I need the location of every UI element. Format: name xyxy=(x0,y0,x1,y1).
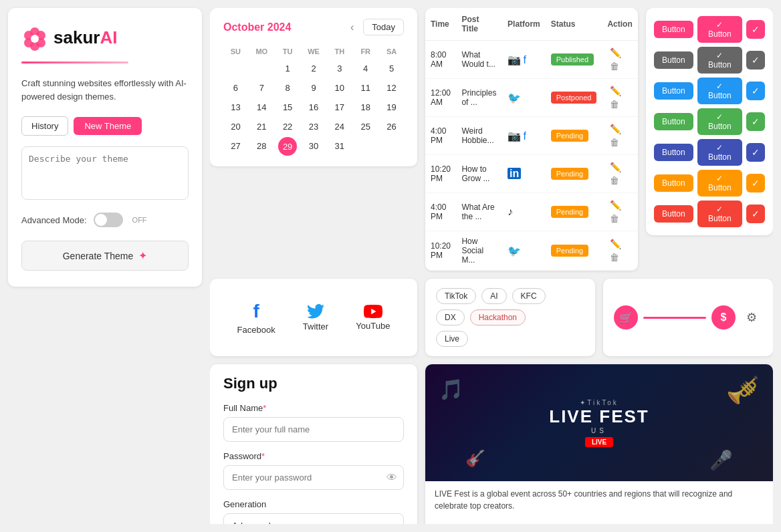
cal-cell[interactable]: 30 xyxy=(302,137,326,156)
cal-cell[interactable]: 31 xyxy=(327,137,352,156)
cal-cell[interactable]: 12 xyxy=(379,79,404,97)
button-blue-square[interactable]: ✓ xyxy=(746,82,765,100)
edit-button[interactable]: ✏️ xyxy=(607,122,624,136)
tag-ai[interactable]: AI xyxy=(481,288,506,304)
tag-live[interactable]: Live xyxy=(436,331,468,347)
button-gray[interactable]: Button xyxy=(654,51,693,69)
button-indigo[interactable]: Button xyxy=(654,144,693,161)
calendar-prev[interactable]: ‹ xyxy=(346,20,358,35)
button-amber-check[interactable]: ✓ Button xyxy=(697,170,742,196)
button-blue-check[interactable]: ✓ Button xyxy=(697,78,742,104)
button-pink-square[interactable]: ✓ xyxy=(746,20,765,39)
cal-cell[interactable]: 25 xyxy=(353,118,378,136)
new-theme-tab[interactable]: New Theme xyxy=(74,117,142,135)
social-twitter[interactable]: Twitter xyxy=(303,304,328,331)
button-green[interactable]: Button xyxy=(654,113,693,130)
social-youtube[interactable]: YouTube xyxy=(356,305,390,331)
button-indigo-square[interactable]: ✓ xyxy=(746,143,765,162)
cal-cell[interactable]: 3 xyxy=(327,59,352,78)
full-name-input[interactable] xyxy=(223,417,404,442)
button-blue[interactable]: Button xyxy=(654,82,693,100)
tag-dx[interactable]: DX xyxy=(436,309,465,325)
cal-day-sa: SA xyxy=(379,45,404,58)
cal-cell[interactable]: 15 xyxy=(275,98,300,116)
cell-title: Principles of ... xyxy=(456,79,502,117)
cal-cell[interactable]: 28 xyxy=(249,137,274,156)
delete-button[interactable]: 🗑 xyxy=(607,212,622,225)
delete-button[interactable]: 🗑 xyxy=(607,136,622,149)
calendar-today-button[interactable]: Today xyxy=(363,19,404,35)
cell-action: ✏️ 🗑 xyxy=(602,155,638,193)
button-pink[interactable]: Button xyxy=(654,21,693,38)
calendar-header: October 2024 ‹ Today xyxy=(223,19,404,35)
tag-kfc[interactable]: KFC xyxy=(512,288,546,304)
cal-cell[interactable]: 20 xyxy=(223,118,248,136)
button-indigo-check[interactable]: ✓ Button xyxy=(697,139,742,166)
full-name-label: Full Name* xyxy=(223,403,404,413)
buttons-panel: Button ✓ Button ✓ Button ✓ Button ✓ Butt… xyxy=(646,8,773,235)
password-visibility-icon[interactable]: 👁 xyxy=(386,472,397,484)
cal-cell[interactable]: 2 xyxy=(302,59,326,78)
generate-theme-button[interactable]: Generate Theme ✦ xyxy=(21,241,189,271)
cal-cell[interactable]: 27 xyxy=(223,137,248,156)
cal-cell[interactable]: 24 xyxy=(327,118,352,136)
signup-title: Sign up xyxy=(223,375,404,392)
cell-status: Postponed xyxy=(546,79,602,117)
social-facebook[interactable]: f Facebook xyxy=(237,301,275,335)
cal-cell[interactable]: 13 xyxy=(223,98,248,116)
cal-cell[interactable]: 4 xyxy=(353,59,378,78)
cal-cell[interactable]: 26 xyxy=(379,118,404,136)
cal-cell[interactable]: 11 xyxy=(353,79,378,97)
cal-cell[interactable]: 14 xyxy=(249,98,274,116)
button-green-square[interactable]: ✓ xyxy=(746,112,765,131)
tiktok-brand-label: ✦TikTok xyxy=(549,399,649,406)
theme-textarea[interactable] xyxy=(21,146,189,200)
generation-select[interactable]: Advanced Basic Pro xyxy=(223,513,404,524)
live-badge: LIVE xyxy=(585,437,613,447)
cell-status: Pending xyxy=(546,193,602,231)
edit-button[interactable]: ✏️ xyxy=(607,160,624,174)
cal-cell[interactable]: 5 xyxy=(379,59,404,78)
button-red-check[interactable]: ✓ Button xyxy=(697,201,742,227)
button-green-check[interactable]: ✓ Button xyxy=(697,108,742,135)
button-amber-square[interactable]: ✓ xyxy=(746,174,765,192)
cal-cell[interactable]: 23 xyxy=(302,118,326,136)
cal-cell[interactable]: 8 xyxy=(275,79,300,97)
button-pink-check[interactable]: ✓ Button xyxy=(697,16,742,43)
cal-cell[interactable]: 21 xyxy=(249,118,274,136)
cal-cell-today[interactable]: 29 xyxy=(278,137,297,156)
cal-cell[interactable]: 7 xyxy=(249,79,274,97)
button-amber[interactable]: Button xyxy=(654,174,693,192)
tag-hackathon[interactable]: Hackathon xyxy=(470,309,526,325)
cell-action: ✏️ 🗑 xyxy=(602,41,638,79)
cal-cell[interactable]: 22 xyxy=(275,118,300,136)
edit-button[interactable]: ✏️ xyxy=(607,84,624,98)
advanced-mode-toggle[interactable] xyxy=(94,213,123,227)
button-gray-check[interactable]: ✓ Button xyxy=(697,47,742,74)
edit-button[interactable]: ✏️ xyxy=(607,198,624,212)
delete-button[interactable]: 🗑 xyxy=(607,174,622,187)
delete-button[interactable]: 🗑 xyxy=(607,98,622,111)
password-input[interactable] xyxy=(223,465,404,490)
cal-cell[interactable]: 19 xyxy=(379,98,404,116)
button-red-square[interactable]: ✓ xyxy=(746,205,765,223)
cal-cell[interactable]: 17 xyxy=(327,98,352,116)
edit-button[interactable]: ✏️ xyxy=(607,46,624,59)
cal-cell[interactable]: 10 xyxy=(327,79,352,97)
history-tab[interactable]: History xyxy=(21,116,68,136)
button-gray-square[interactable]: ✓ xyxy=(746,51,765,70)
cal-cell[interactable]: 6 xyxy=(223,79,248,97)
delete-button[interactable]: 🗑 xyxy=(607,251,622,264)
button-red[interactable]: Button xyxy=(654,205,693,223)
cal-cell[interactable]: 9 xyxy=(302,79,326,97)
edit-button[interactable]: ✏️ xyxy=(607,237,624,251)
tag-tiktok[interactable]: TikTok xyxy=(436,288,476,304)
cal-cell[interactable]: 18 xyxy=(353,98,378,116)
status-badge: Pending xyxy=(551,245,588,257)
cal-cell[interactable]: 16 xyxy=(302,98,326,116)
cal-cell[interactable]: 1 xyxy=(275,59,300,78)
button-row-green: Button ✓ Button ✓ xyxy=(654,108,765,135)
delete-button[interactable]: 🗑 xyxy=(607,59,622,73)
settings-icon[interactable]: ⚙ xyxy=(741,307,762,328)
cal-day-tu: TU xyxy=(275,45,300,58)
